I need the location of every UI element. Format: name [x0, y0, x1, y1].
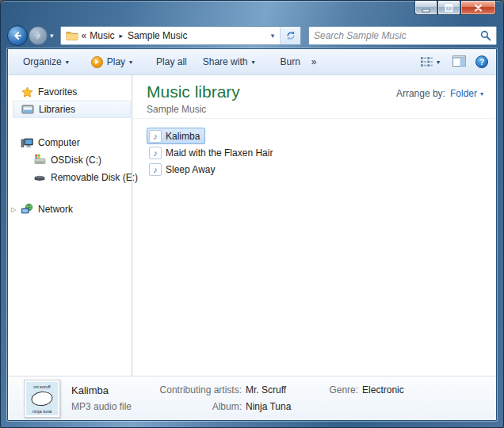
music-file-icon: ♪ — [149, 147, 162, 159]
star-icon — [21, 86, 33, 98]
chevron-down-icon: ▾ — [437, 59, 440, 66]
explorer-window: ▾ « Music ▸ Sample Music ▾ — [0, 0, 504, 428]
command-toolbar: Organize ▾ Play ▾ Play all Share with ▾ … — [8, 49, 496, 75]
music-file-icon: ♪ — [149, 163, 162, 176]
minimize-button[interactable] — [414, 1, 437, 15]
album-art-thumbnail: mr.scruff ninja tuna — [24, 380, 60, 418]
client-area: Organize ▾ Play ▾ Play all Share with ▾ … — [7, 48, 497, 421]
breadcrumb-item-sample-music[interactable]: Sample Music — [128, 30, 187, 41]
breadcrumb-separator-icon[interactable]: ▸ — [118, 32, 125, 40]
organize-label: Organize — [23, 56, 62, 67]
sidebar-item-removable-disk[interactable]: Removable Disk (E:) — [8, 169, 132, 186]
album-art-artist-text: mr.scruff — [33, 384, 51, 388]
folder-icon[interactable] — [66, 30, 78, 40]
expand-triangle-icon[interactable]: ▷ — [11, 206, 16, 213]
details-metadata-column: Contributing artists: Mr. Scruff Album: … — [151, 384, 291, 414]
removable-drive-icon — [33, 171, 46, 184]
music-note-glyph: ♪ — [153, 148, 158, 158]
breadcrumb-overflow-chevrons[interactable]: « — [82, 30, 87, 41]
header-divider — [132, 118, 496, 119]
share-with-button[interactable]: Share with ▾ — [197, 53, 261, 71]
preview-pane-icon — [452, 55, 466, 67]
arrange-by-value[interactable]: Folder ▾ — [450, 88, 483, 99]
album-value[interactable]: Ninja Tuna — [246, 400, 291, 414]
breadcrumb: « Music ▸ Sample Music — [61, 30, 265, 41]
history-dropdown-icon[interactable]: ▾ — [50, 32, 54, 40]
toolbar-right-group: ▾ ? — [418, 55, 488, 69]
file-name: Maid with the Flaxen Hair — [166, 147, 273, 159]
sidebar-item-network[interactable]: ▷ Network — [8, 201, 132, 218]
toolbar-overflow-button[interactable]: » — [306, 53, 323, 71]
address-dropdown-icon[interactable]: ▾ — [265, 27, 280, 44]
chevron-down-icon: ▾ — [480, 90, 483, 97]
chevron-down-icon: ▾ — [251, 59, 254, 66]
arrange-by-selected: Folder — [450, 88, 477, 99]
sidebar-item-label: Network — [38, 204, 73, 215]
album-label: Album: — [151, 400, 242, 414]
refresh-icon — [285, 30, 296, 41]
file-name: Kalimba — [166, 131, 200, 142]
genre-label: Genre: — [329, 384, 358, 397]
library-subtitle: Sample Music — [147, 104, 487, 115]
sidebar-item-favorites[interactable]: Favorites — [8, 83, 132, 101]
arrange-by-control[interactable]: Arrange by: Folder ▾ — [396, 88, 483, 99]
help-button[interactable]: ? — [475, 55, 488, 68]
forward-button[interactable] — [29, 26, 48, 45]
sidebar-item-label: OSDisk (C:) — [51, 155, 101, 166]
window-controls — [414, 1, 496, 15]
navigation-bar: ▾ « Music ▸ Sample Music ▾ — [7, 21, 497, 48]
minimize-icon — [419, 2, 433, 13]
organize-button[interactable]: Organize ▾ — [17, 53, 74, 71]
change-view-button[interactable]: ▾ — [418, 55, 443, 69]
file-item-sleep-away[interactable]: ♪ Sleep Away — [147, 161, 221, 178]
sidebar-item-libraries[interactable]: Libraries — [13, 101, 131, 118]
search-box[interactable] — [308, 26, 497, 45]
details-pane: mr.scruff ninja tuna Kalimba MP3 audio f… — [8, 376, 496, 420]
preview-pane-button[interactable] — [452, 55, 466, 69]
sidebar-item-label: Libraries — [39, 104, 75, 115]
share-with-label: Share with — [203, 56, 248, 67]
music-note-glyph: ♪ — [153, 165, 158, 174]
details-file-title: Kalimba — [71, 384, 151, 397]
file-item-kalimba[interactable]: ♪ Kalimba — [147, 128, 205, 144]
sidebar-item-label: Favorites — [38, 86, 77, 97]
details-title-column: Kalimba MP3 audio file — [71, 384, 151, 414]
play-all-button[interactable]: Play all — [151, 53, 193, 71]
music-file-icon: ♪ — [149, 130, 162, 143]
sidebar-item-osdisk[interactable]: OSDisk (C:) — [8, 151, 132, 169]
contributing-artists-label: Contributing artists: — [151, 384, 242, 397]
title-bar[interactable] — [7, 1, 497, 21]
play-button[interactable]: Play ▾ — [86, 53, 138, 71]
content-pane: Music library Sample Music Arrange by: F… — [132, 75, 496, 376]
sidebar-item-computer[interactable]: Computer — [8, 134, 132, 151]
breadcrumb-item-music[interactable]: Music — [90, 30, 114, 41]
details-file-type: MP3 audio file — [71, 400, 151, 414]
window-body: Favorites Libraries — [8, 75, 496, 376]
genre-value[interactable]: Electronic — [362, 384, 404, 397]
search-icon[interactable] — [480, 30, 491, 41]
forward-arrow-icon — [32, 30, 44, 41]
contributing-artists-value[interactable]: Mr. Scruff — [246, 384, 286, 397]
address-bar[interactable]: « Music ▸ Sample Music ▾ — [60, 26, 301, 45]
sidebar-item-label: Removable Disk (E:) — [51, 172, 138, 183]
music-note-glyph: ♪ — [153, 132, 158, 141]
album-art-album-text: ninja tuna — [32, 409, 52, 414]
refresh-button[interactable] — [280, 27, 300, 44]
network-icon — [21, 203, 33, 216]
libraries-icon — [21, 103, 34, 116]
navigation-pane: Favorites Libraries — [8, 75, 132, 376]
burn-button[interactable]: Burn — [274, 53, 305, 71]
chevron-down-icon: ▾ — [66, 59, 69, 66]
hard-drive-icon — [33, 154, 46, 166]
details-genre-column: Genre: Electronic — [329, 384, 403, 414]
help-icon: ? — [479, 58, 484, 67]
burn-label: Burn — [280, 56, 300, 67]
back-arrow-icon — [11, 29, 24, 42]
search-input[interactable] — [314, 30, 480, 41]
back-button[interactable] — [7, 25, 28, 46]
close-button[interactable] — [460, 1, 496, 15]
computer-icon — [21, 136, 33, 149]
maximize-button[interactable] — [437, 1, 460, 15]
file-item-maid-with-the-flaxen-hair[interactable]: ♪ Maid with the Flaxen Hair — [147, 144, 278, 161]
play-icon — [91, 56, 103, 68]
